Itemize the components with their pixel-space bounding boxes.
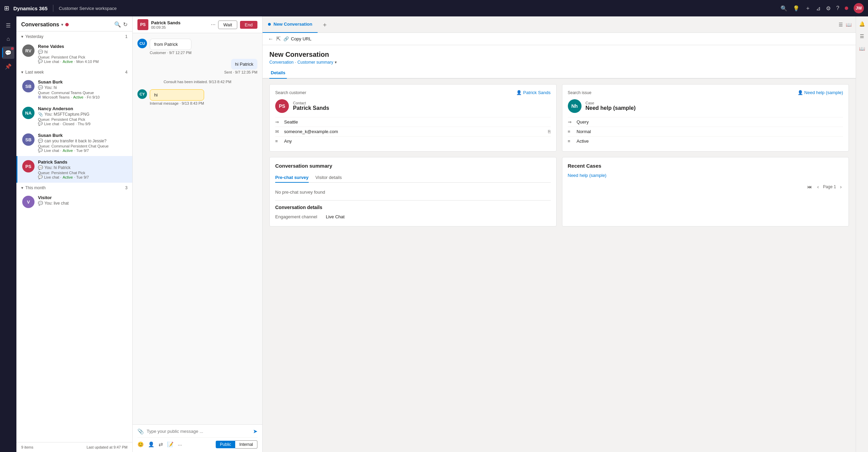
pagination-row: ⏮ ‹ Page 1 › [568, 183, 843, 190]
settings-icon[interactable]: ⚙ [826, 5, 831, 12]
case-type-row: ⇒ Query [568, 117, 843, 127]
sidebar-pin[interactable]: 📌 [2, 60, 14, 73]
attachment-icon[interactable]: 📎 [137, 428, 144, 435]
conv-name-rene-valdes: Rene Valdes [38, 44, 128, 49]
tab-visitor-details[interactable]: Visitor details [316, 173, 342, 183]
page-prev-icon[interactable]: ‹ [816, 183, 820, 190]
sidebar-conversations[interactable]: 💬 [2, 47, 14, 59]
nav-divider [53, 5, 53, 12]
conv-meta-patrick-sands: Queue: Persistent Chat Pick [38, 171, 128, 175]
conv-search-icon[interactable]: 🔍 [114, 21, 121, 28]
copy-url-button[interactable]: 🔗 Copy URL [283, 36, 311, 41]
case-status: Active [577, 139, 589, 144]
wait-button[interactable]: Wait [218, 21, 237, 29]
engagement-label: Engagement channel [275, 214, 323, 219]
conv-item-susan-burk-1[interactable]: SB Susan Burk 💬 You: hi Queue: Communal … [16, 76, 132, 103]
copy-url-label: Copy URL [291, 36, 311, 41]
chat-header-info: Patrick Sands 00:09:35 [151, 20, 208, 29]
conv-details-title: Conversation details [275, 205, 551, 210]
breadcrumb-customer-summary[interactable]: Customer summary [297, 60, 333, 65]
section-collapse-last-week-icon: ▾ [21, 70, 23, 75]
conversations-sidebar: Conversations ▾ 🔍 ↻ ▾ Yesterday 1 RV Ren… [16, 16, 133, 452]
panel-icon[interactable]: ☰ [857, 31, 867, 41]
notification-icon[interactable]: 🔔 [857, 19, 867, 29]
conv-channel-rene-valdes: 💬 Live chat · Active · Mon 4:10 PM [38, 59, 128, 64]
conv-channel-nancy-anderson: 💬 Live chat · Closed · Thu 9/9 [38, 121, 128, 126]
conv-item-susan-burk-2[interactable]: SB Susan Burk 💬 can you transfer it back… [16, 129, 132, 156]
user-avatar[interactable]: JW [854, 3, 864, 13]
panel-book-icon[interactable]: 📖 [846, 22, 852, 27]
breadcrumb-chevron[interactable]: ▾ [335, 60, 337, 65]
lightbulb-icon[interactable]: 💡 [793, 5, 800, 12]
conv-item-nancy-anderson[interactable]: NA Nancy Anderson 📎 You: MSFTCapture.PNG… [16, 103, 132, 129]
msg-bubble-sent: hi Patrick [231, 59, 257, 69]
send-icon[interactable]: ➤ [253, 428, 257, 435]
back-icon[interactable]: ← [268, 36, 273, 42]
conv-header: Conversations ▾ 🔍 ↻ [16, 16, 132, 31]
transfer-icon[interactable]: ⇄ [159, 441, 163, 448]
book-icon[interactable]: 📖 [857, 44, 867, 53]
msg-hi-patrick: hi Patrick Sent · 9/7 12:35 PM [224, 59, 257, 74]
contact-name-info: Contact Patrick Sands [293, 101, 329, 111]
chat-input-row: 📎 ➤ [137, 428, 257, 435]
chat-message-input[interactable] [147, 429, 250, 434]
conv-item-visitor[interactable]: V Visitor 💬 You: live chat [16, 192, 132, 211]
avatar-susan-burk-1: SB [22, 80, 35, 92]
case-link[interactable]: 👤 Need help (sample) [798, 90, 843, 95]
chat-input-area: 📎 ➤ 😊 👤 ⇄ 📝 ··· Public Internal [133, 424, 262, 452]
tab-add-icon[interactable]: ＋ [318, 21, 332, 29]
sidebar-hamburger[interactable]: ☰ [2, 19, 14, 31]
main-layout: ☰ ⌂ 💬 📌 Conversations ▾ 🔍 ↻ ▾ Yesterday … [0, 16, 868, 452]
end-button[interactable]: End [240, 21, 257, 29]
conv-last-updated: Last updated at 9:47 PM [86, 445, 128, 449]
recent-case-link[interactable]: Need help (sample) [568, 173, 843, 178]
page-first-icon[interactable]: ⏮ [806, 183, 813, 190]
contact-email-row: ✉ someone_k@example.com ⎘ [275, 127, 551, 136]
right-content: ← ⇱ 🔗 Copy URL New Conversation Conversa… [263, 33, 856, 452]
internal-button[interactable]: Internal [235, 440, 257, 449]
search-icon[interactable]: 🔍 [780, 5, 787, 12]
page-next-icon[interactable]: › [839, 183, 843, 190]
email-copy-icon[interactable]: ⎘ [548, 129, 551, 134]
sidebar-home[interactable]: ⌂ [2, 33, 14, 45]
conv-name-susan-burk-1: Susan Burk [38, 79, 128, 85]
no-prechat-msg: No pre-chat survey found [275, 187, 551, 200]
app-name: Dynamics 365 [13, 5, 48, 11]
chat-more-options-icon[interactable]: ··· [211, 22, 215, 28]
msg-avatar-cu: CU [137, 39, 147, 48]
conv-title-chevron[interactable]: ▾ [61, 22, 63, 27]
tab-new-conversation[interactable]: New Conversation [263, 16, 318, 33]
panel-list-icon[interactable]: ☰ [839, 22, 843, 27]
conv-item-patrick-sands[interactable]: PS Patrick Sands 💬 You: hi Patrick Queue… [16, 156, 132, 183]
tab-prechat-survey[interactable]: Pre-chat survey [275, 173, 309, 183]
section-this-month[interactable]: ▾ This month 3 [16, 183, 132, 192]
agent-icon[interactable]: 👤 [148, 441, 155, 448]
conv-item-count: 9 items [21, 445, 33, 449]
conv-refresh-icon[interactable]: ↻ [123, 21, 128, 28]
conv-list: ▾ Yesterday 1 RV Rene Valdes 💬 hi Queue:… [16, 31, 132, 442]
public-button[interactable]: Public [216, 441, 235, 448]
section-last-week[interactable]: ▾ Last week 4 [16, 67, 132, 76]
help-icon[interactable]: ? [836, 5, 839, 11]
message-type-toggle: Public Internal [216, 440, 257, 449]
section-collapse-this-month-icon: ▾ [21, 185, 23, 190]
note-icon[interactable]: 📝 [167, 441, 174, 448]
filter-icon[interactable]: ⊿ [816, 5, 820, 12]
more-icon[interactable]: ··· [178, 442, 182, 448]
customer-icon: 👤 [516, 90, 522, 95]
plus-icon[interactable]: ＋ [805, 5, 811, 12]
emoji-icon[interactable]: 😊 [137, 441, 144, 448]
conv-summary-title: Conversation summary [275, 163, 551, 169]
section-label-last-week: Last week [25, 70, 123, 75]
section-yesterday[interactable]: ▾ Yesterday 1 [16, 31, 132, 40]
conv-item-rene-valdes[interactable]: RV Rene Valdes 💬 hi Queue: Persistent Ch… [16, 40, 132, 67]
conv-meta-susan-burk-2: Queue: Communal Persistent Chat Queue [38, 144, 128, 148]
status-dot [845, 7, 848, 10]
breadcrumb-conversation[interactable]: Conversation [269, 60, 294, 65]
grid-icon[interactable]: ⊞ [4, 4, 9, 12]
contact-location: Seattle [284, 119, 298, 125]
tab-details[interactable]: Details [269, 67, 287, 79]
expand-icon[interactable]: ⇱ [276, 36, 281, 42]
customer-link[interactable]: 👤 Patrick Sands [516, 90, 550, 95]
summary-tabs: Pre-chat survey Visitor details [275, 173, 551, 183]
